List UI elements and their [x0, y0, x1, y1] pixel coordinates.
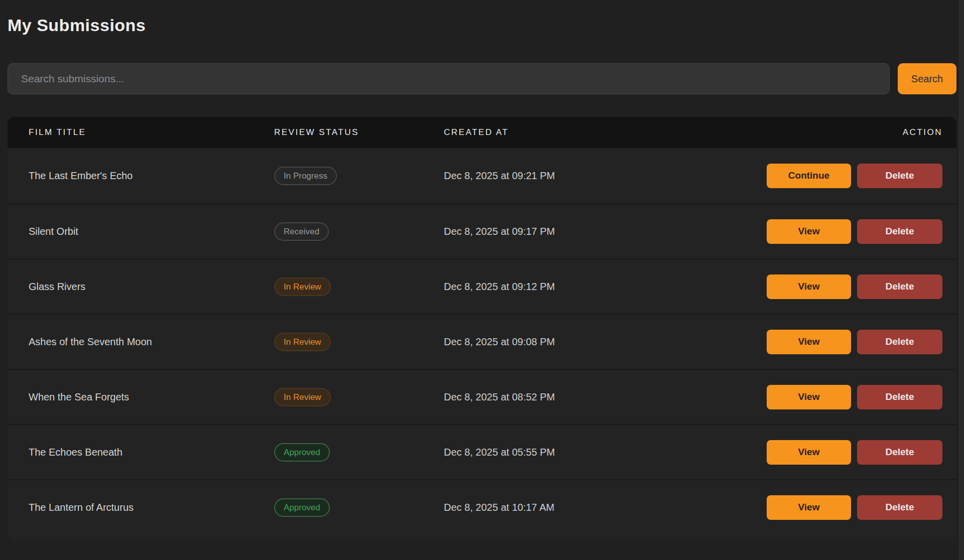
- row-actions: View Delete: [762, 219, 942, 244]
- status-badge: In Review: [274, 333, 331, 351]
- status-badge: Received: [274, 222, 329, 241]
- row-actions: View Delete: [762, 330, 942, 354]
- page-title: My Submissions: [8, 15, 956, 35]
- primary-action-button[interactable]: View: [767, 385, 851, 409]
- film-title-cell: When the Sea Forgets: [29, 391, 274, 403]
- table-row: Ashes of the Seventh Moon In Review Dec …: [8, 314, 956, 369]
- created-at-cell: Dec 8, 2025 at 08:52 PM: [444, 391, 762, 403]
- status-badge: Approved: [274, 443, 330, 462]
- created-at-cell: Dec 8, 2025 at 09:17 PM: [444, 226, 762, 237]
- film-title-cell: The Last Ember's Echo: [29, 170, 274, 182]
- created-at-cell: Dec 8, 2025 at 10:17 AM: [444, 502, 762, 513]
- row-actions: View Delete: [762, 495, 942, 520]
- created-at-cell: Dec 8, 2025 at 05:55 PM: [444, 447, 762, 458]
- film-title-cell: The Lantern of Arcturus: [29, 502, 274, 513]
- column-header-review-status: REVIEW STATUS: [274, 127, 444, 137]
- submissions-table: FILM TITLE REVIEW STATUS CREATED AT ACTI…: [8, 117, 956, 540]
- row-actions: View Delete: [762, 274, 942, 299]
- table-row: When the Sea Forgets In Review Dec 8, 20…: [8, 369, 956, 424]
- column-header-created-at: CREATED AT: [444, 127, 762, 137]
- submissions-page: My Submissions Search FILM TITLE REVIEW …: [8, 15, 956, 540]
- primary-action-button[interactable]: View: [767, 219, 851, 244]
- delete-button[interactable]: Delete: [857, 219, 942, 244]
- status-badge: Approved: [274, 498, 330, 517]
- status-badge: In Review: [274, 388, 331, 406]
- table-row: Glass Rivers In Review Dec 8, 2025 at 09…: [8, 258, 956, 314]
- primary-action-button[interactable]: View: [767, 330, 851, 354]
- primary-action-button[interactable]: Continue: [767, 164, 851, 188]
- primary-action-button[interactable]: View: [767, 495, 851, 520]
- scrollbar[interactable]: [958, 0, 964, 560]
- column-header-action: ACTION: [903, 127, 942, 137]
- delete-button[interactable]: Delete: [857, 164, 942, 188]
- delete-button[interactable]: Delete: [857, 330, 942, 354]
- row-actions: View Delete: [762, 385, 942, 409]
- table-row: Silent Orbit Received Dec 8, 2025 at 09:…: [8, 203, 956, 258]
- film-title-cell: Glass Rivers: [29, 281, 274, 293]
- status-badge: In Progress: [274, 167, 337, 185]
- created-at-cell: Dec 8, 2025 at 09:08 PM: [444, 336, 762, 348]
- status-badge: In Review: [274, 277, 331, 296]
- film-title-cell: Ashes of the Seventh Moon: [29, 336, 274, 348]
- primary-action-button[interactable]: View: [767, 440, 851, 465]
- delete-button[interactable]: Delete: [857, 385, 942, 409]
- table-row: The Lantern of Arcturus Approved Dec 8, …: [8, 479, 956, 534]
- row-actions: Continue Delete: [762, 164, 942, 188]
- table-header-row: FILM TITLE REVIEW STATUS CREATED AT ACTI…: [8, 117, 956, 148]
- delete-button[interactable]: Delete: [857, 440, 942, 465]
- film-title-cell: The Echoes Beneath: [29, 447, 274, 458]
- column-header-film-title: FILM TITLE: [29, 127, 274, 137]
- film-title-cell: Silent Orbit: [29, 226, 274, 237]
- created-at-cell: Dec 8, 2025 at 09:21 PM: [444, 170, 762, 182]
- table-row: The Echoes Beneath Approved Dec 8, 2025 …: [8, 424, 956, 479]
- delete-button[interactable]: Delete: [857, 495, 942, 520]
- primary-action-button[interactable]: View: [767, 274, 851, 299]
- table-row: The Last Ember's Echo In Progress Dec 8,…: [8, 148, 956, 203]
- row-actions: View Delete: [762, 440, 942, 465]
- search-bar: Search: [8, 63, 956, 94]
- table-body: The Last Ember's Echo In Progress Dec 8,…: [8, 148, 956, 540]
- delete-button[interactable]: Delete: [857, 274, 942, 299]
- search-button[interactable]: Search: [898, 63, 956, 94]
- search-input[interactable]: [8, 63, 890, 94]
- created-at-cell: Dec 8, 2025 at 09:12 PM: [444, 281, 762, 293]
